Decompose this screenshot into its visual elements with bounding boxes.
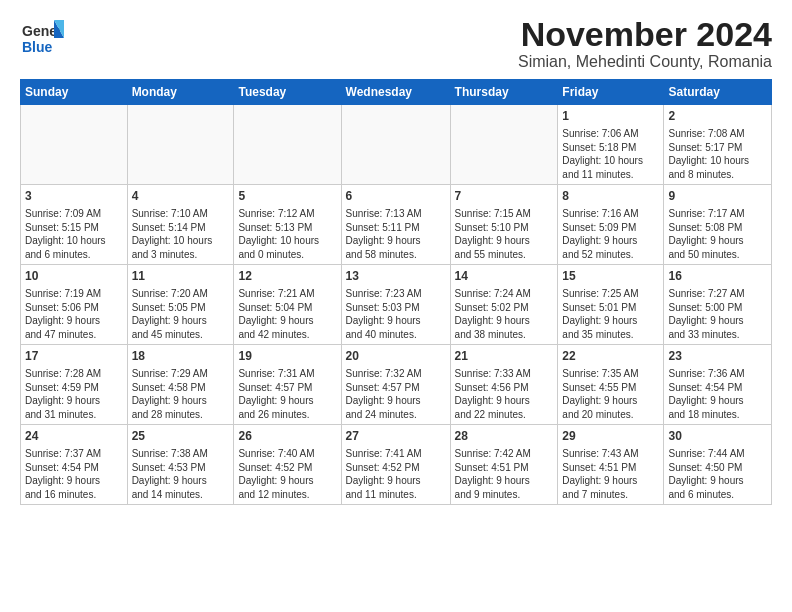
logo-icon: General Blue <box>20 16 64 60</box>
weekday-header: Thursday <box>450 80 558 105</box>
calendar-week: 3Sunrise: 7:09 AMSunset: 5:15 PMDaylight… <box>21 185 772 265</box>
calendar-cell: 10Sunrise: 7:19 AMSunset: 5:06 PMDayligh… <box>21 265 128 345</box>
weekday-header: Tuesday <box>234 80 341 105</box>
day-number: 3 <box>25 188 123 205</box>
day-number: 7 <box>455 188 554 205</box>
day-info: Sunrise: 7:27 AMSunset: 5:00 PMDaylight:… <box>668 287 767 341</box>
day-info: Sunrise: 7:29 AMSunset: 4:58 PMDaylight:… <box>132 367 230 421</box>
day-info: Sunrise: 7:06 AMSunset: 5:18 PMDaylight:… <box>562 127 659 181</box>
day-info: Sunrise: 7:41 AMSunset: 4:52 PMDaylight:… <box>346 447 446 501</box>
logo-svg: General Blue <box>20 16 64 60</box>
calendar-cell <box>234 105 341 185</box>
calendar-cell: 30Sunrise: 7:44 AMSunset: 4:50 PMDayligh… <box>664 425 772 505</box>
svg-text:Blue: Blue <box>22 39 53 55</box>
calendar-week: 10Sunrise: 7:19 AMSunset: 5:06 PMDayligh… <box>21 265 772 345</box>
day-number: 21 <box>455 348 554 365</box>
day-info: Sunrise: 7:43 AMSunset: 4:51 PMDaylight:… <box>562 447 659 501</box>
day-info: Sunrise: 7:35 AMSunset: 4:55 PMDaylight:… <box>562 367 659 421</box>
day-info: Sunrise: 7:23 AMSunset: 5:03 PMDaylight:… <box>346 287 446 341</box>
day-number: 27 <box>346 428 446 445</box>
day-info: Sunrise: 7:25 AMSunset: 5:01 PMDaylight:… <box>562 287 659 341</box>
day-info: Sunrise: 7:44 AMSunset: 4:50 PMDaylight:… <box>668 447 767 501</box>
calendar-cell: 8Sunrise: 7:16 AMSunset: 5:09 PMDaylight… <box>558 185 664 265</box>
calendar-cell: 9Sunrise: 7:17 AMSunset: 5:08 PMDaylight… <box>664 185 772 265</box>
day-info: Sunrise: 7:19 AMSunset: 5:06 PMDaylight:… <box>25 287 123 341</box>
day-info: Sunrise: 7:24 AMSunset: 5:02 PMDaylight:… <box>455 287 554 341</box>
page: General Blue November 2024 Simian, Mehed… <box>0 0 792 612</box>
calendar-cell: 3Sunrise: 7:09 AMSunset: 5:15 PMDaylight… <box>21 185 128 265</box>
day-number: 30 <box>668 428 767 445</box>
day-info: Sunrise: 7:10 AMSunset: 5:14 PMDaylight:… <box>132 207 230 261</box>
calendar-cell: 22Sunrise: 7:35 AMSunset: 4:55 PMDayligh… <box>558 345 664 425</box>
weekday-row: SundayMondayTuesdayWednesdayThursdayFrid… <box>21 80 772 105</box>
day-info: Sunrise: 7:32 AMSunset: 4:57 PMDaylight:… <box>346 367 446 421</box>
weekday-header: Friday <box>558 80 664 105</box>
calendar-header: SundayMondayTuesdayWednesdayThursdayFrid… <box>21 80 772 105</box>
month-title: November 2024 <box>518 16 772 53</box>
day-info: Sunrise: 7:21 AMSunset: 5:04 PMDaylight:… <box>238 287 336 341</box>
calendar-cell: 26Sunrise: 7:40 AMSunset: 4:52 PMDayligh… <box>234 425 341 505</box>
calendar-cell: 5Sunrise: 7:12 AMSunset: 5:13 PMDaylight… <box>234 185 341 265</box>
weekday-header: Saturday <box>664 80 772 105</box>
day-info: Sunrise: 7:16 AMSunset: 5:09 PMDaylight:… <box>562 207 659 261</box>
calendar-cell: 28Sunrise: 7:42 AMSunset: 4:51 PMDayligh… <box>450 425 558 505</box>
day-number: 13 <box>346 268 446 285</box>
calendar-cell: 11Sunrise: 7:20 AMSunset: 5:05 PMDayligh… <box>127 265 234 345</box>
day-info: Sunrise: 7:15 AMSunset: 5:10 PMDaylight:… <box>455 207 554 261</box>
day-number: 1 <box>562 108 659 125</box>
day-number: 17 <box>25 348 123 365</box>
calendar-cell: 1Sunrise: 7:06 AMSunset: 5:18 PMDaylight… <box>558 105 664 185</box>
day-number: 5 <box>238 188 336 205</box>
calendar-cell <box>127 105 234 185</box>
calendar-cell: 27Sunrise: 7:41 AMSunset: 4:52 PMDayligh… <box>341 425 450 505</box>
day-number: 4 <box>132 188 230 205</box>
day-number: 10 <box>25 268 123 285</box>
day-number: 6 <box>346 188 446 205</box>
day-number: 23 <box>668 348 767 365</box>
day-info: Sunrise: 7:12 AMSunset: 5:13 PMDaylight:… <box>238 207 336 261</box>
logo: General Blue <box>20 16 64 60</box>
day-number: 2 <box>668 108 767 125</box>
weekday-header: Monday <box>127 80 234 105</box>
weekday-header: Sunday <box>21 80 128 105</box>
day-info: Sunrise: 7:33 AMSunset: 4:56 PMDaylight:… <box>455 367 554 421</box>
location-subtitle: Simian, Mehedinti County, Romania <box>518 53 772 71</box>
calendar-cell: 29Sunrise: 7:43 AMSunset: 4:51 PMDayligh… <box>558 425 664 505</box>
calendar-cell: 16Sunrise: 7:27 AMSunset: 5:00 PMDayligh… <box>664 265 772 345</box>
calendar-cell <box>450 105 558 185</box>
calendar-table: SundayMondayTuesdayWednesdayThursdayFrid… <box>20 79 772 505</box>
calendar-cell: 12Sunrise: 7:21 AMSunset: 5:04 PMDayligh… <box>234 265 341 345</box>
day-info: Sunrise: 7:20 AMSunset: 5:05 PMDaylight:… <box>132 287 230 341</box>
day-number: 16 <box>668 268 767 285</box>
day-info: Sunrise: 7:28 AMSunset: 4:59 PMDaylight:… <box>25 367 123 421</box>
calendar-week: 24Sunrise: 7:37 AMSunset: 4:54 PMDayligh… <box>21 425 772 505</box>
calendar-cell: 13Sunrise: 7:23 AMSunset: 5:03 PMDayligh… <box>341 265 450 345</box>
day-number: 9 <box>668 188 767 205</box>
calendar-cell: 15Sunrise: 7:25 AMSunset: 5:01 PMDayligh… <box>558 265 664 345</box>
day-number: 18 <box>132 348 230 365</box>
header: General Blue November 2024 Simian, Mehed… <box>20 16 772 71</box>
calendar-cell <box>341 105 450 185</box>
day-info: Sunrise: 7:40 AMSunset: 4:52 PMDaylight:… <box>238 447 336 501</box>
day-number: 28 <box>455 428 554 445</box>
calendar-cell: 20Sunrise: 7:32 AMSunset: 4:57 PMDayligh… <box>341 345 450 425</box>
calendar-cell: 23Sunrise: 7:36 AMSunset: 4:54 PMDayligh… <box>664 345 772 425</box>
calendar-cell: 2Sunrise: 7:08 AMSunset: 5:17 PMDaylight… <box>664 105 772 185</box>
day-number: 15 <box>562 268 659 285</box>
calendar-cell: 14Sunrise: 7:24 AMSunset: 5:02 PMDayligh… <box>450 265 558 345</box>
day-info: Sunrise: 7:36 AMSunset: 4:54 PMDaylight:… <box>668 367 767 421</box>
calendar-body: 1Sunrise: 7:06 AMSunset: 5:18 PMDaylight… <box>21 105 772 505</box>
day-info: Sunrise: 7:13 AMSunset: 5:11 PMDaylight:… <box>346 207 446 261</box>
day-number: 25 <box>132 428 230 445</box>
calendar-cell: 18Sunrise: 7:29 AMSunset: 4:58 PMDayligh… <box>127 345 234 425</box>
day-info: Sunrise: 7:42 AMSunset: 4:51 PMDaylight:… <box>455 447 554 501</box>
calendar-cell: 17Sunrise: 7:28 AMSunset: 4:59 PMDayligh… <box>21 345 128 425</box>
day-number: 14 <box>455 268 554 285</box>
weekday-header: Wednesday <box>341 80 450 105</box>
calendar-week: 17Sunrise: 7:28 AMSunset: 4:59 PMDayligh… <box>21 345 772 425</box>
day-info: Sunrise: 7:09 AMSunset: 5:15 PMDaylight:… <box>25 207 123 261</box>
calendar-week: 1Sunrise: 7:06 AMSunset: 5:18 PMDaylight… <box>21 105 772 185</box>
calendar-cell: 6Sunrise: 7:13 AMSunset: 5:11 PMDaylight… <box>341 185 450 265</box>
day-number: 22 <box>562 348 659 365</box>
day-number: 12 <box>238 268 336 285</box>
